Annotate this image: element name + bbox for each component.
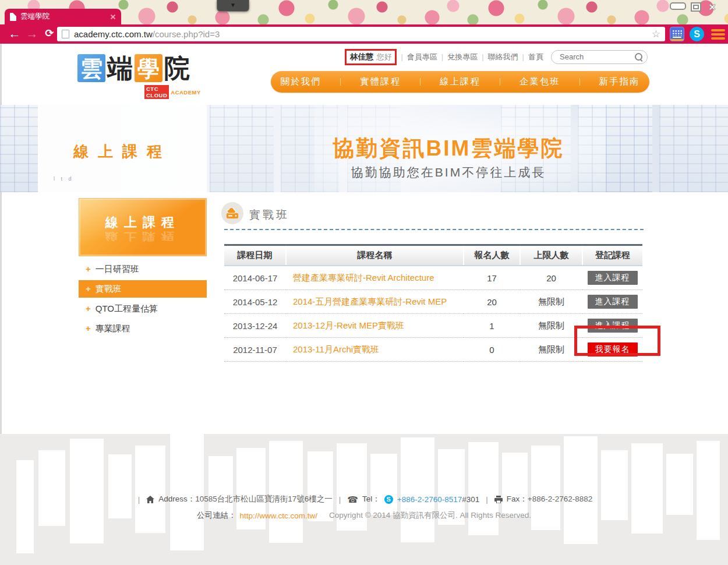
banner-building bbox=[0, 105, 38, 192]
banner-title: 協勤資訊BIM雲端學院 bbox=[274, 134, 623, 163]
url-bar[interactable]: academy.ctc.com.tw/course.php?id=3 ☆ bbox=[57, 27, 665, 41]
sidebar-item-label: 實戰班 bbox=[96, 284, 122, 294]
nav-divider bbox=[420, 78, 420, 86]
tab-title: 雲端學院 bbox=[20, 12, 106, 22]
separator: | bbox=[136, 495, 143, 504]
tel-label: Tel： bbox=[362, 494, 380, 504]
sidebar-title-reflection: 線上課程 bbox=[79, 229, 206, 243]
sidebar-item-practical-class[interactable]: +實戰班 bbox=[79, 280, 207, 298]
nav-beginner-guide[interactable]: 新手指南 bbox=[599, 76, 639, 88]
company-link[interactable]: http://www.ctc.com.tw/ bbox=[240, 511, 318, 520]
dashed-divider bbox=[224, 229, 644, 230]
banner-building bbox=[210, 105, 274, 192]
section-icon-circle bbox=[221, 202, 243, 224]
course-date: 2013-12-24 bbox=[224, 314, 286, 338]
sidebar-title: 線上課程 bbox=[79, 214, 206, 231]
sidebar-item-label: 一日研習班 bbox=[96, 264, 139, 274]
course-link[interactable]: 2013-11月Archi實戰班 bbox=[293, 344, 379, 354]
window-restore-button[interactable] bbox=[691, 2, 701, 12]
course-date: 2014-05-12 bbox=[224, 290, 286, 314]
browser-tab[interactable]: 雲端學院 bbox=[5, 9, 121, 24]
footer-copyright-line: 公司連結： http://www.ctc.com.tw/ Copyright ©… bbox=[0, 510, 728, 521]
nav-divider bbox=[340, 78, 341, 86]
nav-divider bbox=[579, 78, 580, 86]
nav-divider bbox=[500, 78, 500, 86]
nav-about-us[interactable]: 關於我們 bbox=[280, 76, 321, 88]
plus-bullet-icon: + bbox=[86, 323, 91, 333]
window-minimize-button[interactable] bbox=[670, 2, 686, 10]
limit-count: 無限制 bbox=[520, 314, 582, 338]
table-header-row: 課程日期 課程名稱 報名人數 上限人數 登記課程 bbox=[224, 245, 642, 266]
skype-call-icon[interactable]: S bbox=[384, 495, 393, 504]
printer-icon bbox=[494, 496, 503, 503]
link-contact-us[interactable]: 聯絡我們 bbox=[488, 52, 518, 62]
company-link-label: 公司連結： bbox=[197, 510, 236, 521]
tab-close-icon[interactable] bbox=[110, 14, 116, 20]
banner-building bbox=[659, 105, 728, 192]
table-row: 2014-06-17 營建產業專業研討-Revit Architecture 1… bbox=[224, 266, 642, 290]
sidebar-item-one-day-workshop[interactable]: +一日研習班 bbox=[79, 260, 207, 278]
web-page: 雲 端 學 院 CTC CLOUD ACADEMY 林佳慧 您好 | 會員專區 … bbox=[0, 44, 728, 565]
link-member-area[interactable]: 會員專區 bbox=[407, 52, 437, 62]
bookmark-star-icon[interactable]: ☆ bbox=[652, 27, 660, 41]
logged-in-user-name[interactable]: 林佳慧 bbox=[350, 52, 374, 62]
tel-link[interactable]: +886-2-2760-8517 bbox=[397, 495, 462, 504]
window-close-button[interactable]: ✕ bbox=[707, 2, 718, 13]
cloud-drive-icon bbox=[226, 207, 239, 219]
enrolled-count: 20 bbox=[464, 290, 520, 314]
back-icon[interactable]: ← bbox=[7, 24, 22, 44]
link-exchange-area[interactable]: 兌換專區 bbox=[447, 52, 478, 62]
browser-menu-icon[interactable] bbox=[711, 27, 725, 41]
nav-online-courses[interactable]: 線上課程 bbox=[440, 76, 480, 88]
separator: | bbox=[441, 52, 443, 61]
limit-count: 20 bbox=[520, 266, 582, 290]
fax-value: +886-2-2762-8882 bbox=[528, 495, 592, 503]
search-icon[interactable] bbox=[635, 53, 642, 61]
course-name-cell: 2013-11月Archi實戰班 bbox=[286, 338, 464, 362]
copyright-text: Copyright © 2014 協勤資訊有限公司. All Rights Re… bbox=[329, 510, 531, 521]
plus-bullet-icon: + bbox=[86, 284, 91, 294]
search-input[interactable] bbox=[559, 52, 635, 62]
logo-subtitle: CTC CLOUD ACADEMY bbox=[144, 85, 201, 99]
col-enrolled: 報名人數 bbox=[464, 245, 520, 266]
footer: | Address：10585台北市松山區寶清街17號6樓之一 | ☎ Tel：… bbox=[0, 434, 728, 565]
address-label: Address： bbox=[158, 495, 195, 503]
skype-extension-icon[interactable]: S bbox=[690, 27, 704, 41]
nav-physical-courses[interactable]: 實體課程 bbox=[360, 76, 401, 88]
course-link[interactable]: 2014-五月營建產業專業研討-Revit MEP bbox=[293, 296, 447, 306]
sidebar-item-qto-estimation[interactable]: +QTO工程量估算 bbox=[79, 300, 207, 317]
chevron-down-icon: ▼ bbox=[230, 2, 236, 8]
course-link[interactable]: 2013-12月-Revit MEP實戰班 bbox=[293, 320, 404, 330]
section-title: 實戰班 bbox=[249, 207, 289, 223]
enter-course-button[interactable]: 進入課程 bbox=[588, 271, 638, 285]
enrolled-count: 1 bbox=[464, 314, 520, 338]
link-home[interactable]: 首頁 bbox=[528, 52, 543, 62]
separator: | bbox=[337, 495, 344, 504]
col-limit: 上限人數 bbox=[520, 245, 582, 266]
sidebar-item-label: 專業課程 bbox=[96, 323, 130, 333]
logo-char: 院 bbox=[164, 54, 190, 82]
course-name-cell: 2013-12月-Revit MEP實戰班 bbox=[286, 314, 464, 338]
col-course-name: 課程名稱 bbox=[286, 245, 464, 266]
logo-char-cloud: 雲 bbox=[77, 54, 105, 82]
sidebar-item-professional-courses[interactable]: +專業課程 bbox=[79, 320, 207, 337]
limit-count: 無限制 bbox=[520, 338, 582, 362]
reload-icon[interactable]: ⟳ bbox=[42, 24, 57, 44]
course-link[interactable]: 營建產業專業研討-Revit Architecture bbox=[293, 273, 434, 282]
forward-icon[interactable]: → bbox=[24, 24, 40, 44]
tel-extension: #301 bbox=[462, 495, 479, 504]
table-row: 2014-05-12 2014-五月營建產業專業研討-Revit MEP 20 … bbox=[224, 290, 642, 314]
phone-icon: ☎ bbox=[347, 495, 358, 504]
sidebar-item-label: QTO工程量估算 bbox=[96, 303, 158, 313]
nav-corporate-training[interactable]: 企業包班 bbox=[520, 76, 560, 88]
screen-capture-handle[interactable]: ▼ bbox=[217, 0, 249, 12]
enter-course-button[interactable]: 進入課程 bbox=[588, 295, 638, 309]
search-box[interactable] bbox=[551, 50, 648, 64]
url-text: academy.ctc.com.tw/course.php?id=3 bbox=[74, 29, 647, 39]
site-logo[interactable]: 雲 端 學 院 CTC CLOUD ACADEMY bbox=[77, 54, 190, 82]
separator: | bbox=[522, 52, 524, 61]
address-value: 10585台北市松山區寶清街17號6樓之一 bbox=[195, 495, 333, 503]
footer-contact-line: | Address：10585台北市松山區寶清街17號6樓之一 | ☎ Tel：… bbox=[0, 494, 728, 504]
separator: | bbox=[483, 495, 490, 504]
keyboard-extension-icon[interactable] bbox=[670, 27, 684, 41]
